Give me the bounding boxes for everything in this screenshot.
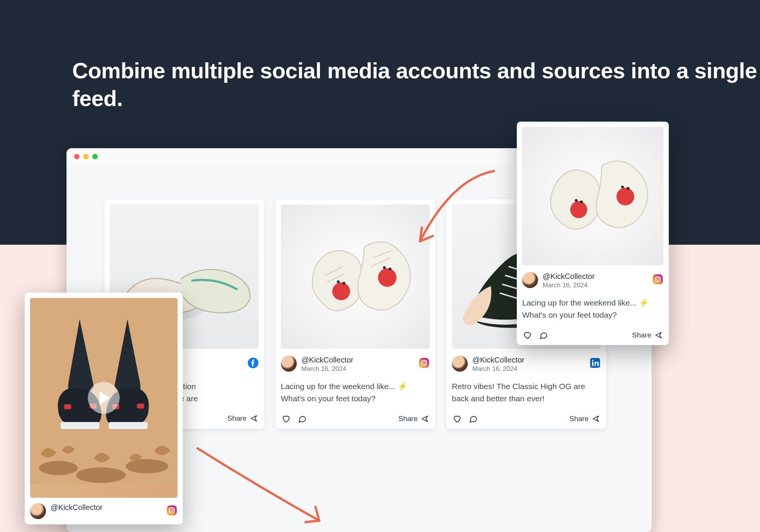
post-header: @KickCollector March 16, 2024: [522, 272, 663, 289]
share-button[interactable]: Share: [227, 414, 258, 423]
hero-headline: Combine multiple social media accounts a…: [72, 57, 760, 112]
svg-point-5: [342, 282, 345, 284]
svg-rect-35: [64, 404, 71, 409]
heart-icon[interactable]: [453, 414, 462, 423]
instagram-icon: [652, 274, 663, 285]
svg-rect-10: [419, 358, 429, 368]
avatar[interactable]: [522, 272, 538, 288]
window-close-dot[interactable]: [74, 154, 79, 159]
username[interactable]: @KickCollector: [301, 356, 353, 364]
floating-card-right: @KickCollector March 16, 2024 Lacing up …: [517, 122, 669, 345]
svg-rect-39: [137, 404, 144, 408]
svg-point-29: [659, 277, 660, 278]
instagram-icon: [418, 357, 430, 369]
post-date: March 16, 2024: [472, 365, 524, 373]
post-image[interactable]: [522, 127, 663, 265]
post-header: @KickCollector March 16, 2024: [281, 356, 430, 373]
share-button[interactable]: Share: [398, 415, 429, 423]
comment-icon[interactable]: [298, 414, 307, 423]
window-minimize-dot[interactable]: [83, 154, 89, 159]
svg-point-33: [126, 459, 168, 473]
instagram-icon: [166, 505, 177, 516]
svg-point-43: [173, 508, 174, 509]
svg-point-22: [621, 185, 624, 188]
facebook-icon: [247, 357, 259, 369]
svg-point-23: [627, 187, 629, 190]
post-caption: Lacing up for the weekend like... ⚡ What…: [281, 380, 430, 404]
svg-rect-20: [592, 362, 594, 366]
sneaker-illustration: [281, 204, 430, 339]
post-image[interactable]: [281, 204, 430, 349]
share-arrow-icon: [654, 331, 663, 339]
avatar[interactable]: [30, 503, 46, 519]
svg-point-31: [39, 461, 78, 475]
svg-point-13: [426, 360, 427, 361]
heart-icon[interactable]: [282, 414, 291, 423]
username[interactable]: @KickCollector: [472, 356, 524, 364]
svg-rect-40: [167, 505, 177, 515]
avatar[interactable]: [452, 356, 468, 372]
floating-card-left: @KickCollector: [25, 293, 183, 524]
post-header: @KickCollector: [30, 503, 177, 519]
play-icon[interactable]: [88, 382, 120, 414]
svg-point-4: [337, 280, 339, 283]
post-caption: Lacing up for the weekend like... ⚡ What…: [522, 297, 663, 321]
comment-icon[interactable]: [539, 331, 548, 340]
sneaker-illustration: [522, 127, 663, 256]
svg-point-25: [580, 200, 583, 203]
share-arrow-icon: [592, 415, 600, 423]
post-caption: Retro vibes! The Classic High OG are bac…: [452, 380, 601, 404]
avatar[interactable]: [281, 356, 297, 372]
post-date: March 16, 2024: [543, 282, 595, 289]
share-button[interactable]: Share: [632, 331, 663, 339]
post-video-thumb[interactable]: [30, 298, 177, 498]
svg-point-32: [76, 467, 126, 483]
post-date: March 16, 2024: [301, 365, 353, 373]
username[interactable]: @KickCollector: [543, 272, 595, 281]
svg-rect-26: [653, 274, 663, 284]
share-arrow-icon: [421, 415, 429, 423]
username[interactable]: @KickCollector: [51, 503, 103, 512]
feed-card: @KickCollector March 16, 2024 Lacing up …: [276, 199, 435, 429]
window-maximize-dot[interactable]: [92, 154, 98, 159]
post-footer: Share: [281, 414, 430, 423]
linkedin-icon: [589, 357, 601, 369]
svg-rect-37: [109, 422, 148, 429]
svg-point-2: [383, 266, 386, 269]
post-header: @KickCollector March 16, 2024: [452, 356, 601, 373]
share-arrow-icon: [250, 414, 258, 423]
share-button[interactable]: Share: [569, 415, 600, 423]
post-footer: Share: [522, 331, 663, 340]
svg-point-24: [575, 199, 578, 202]
svg-point-21: [592, 359, 594, 361]
comment-icon[interactable]: [469, 414, 478, 423]
post-footer: Share: [452, 414, 601, 423]
heart-icon[interactable]: [523, 331, 532, 340]
svg-rect-34: [60, 422, 100, 429]
svg-point-3: [389, 268, 391, 270]
